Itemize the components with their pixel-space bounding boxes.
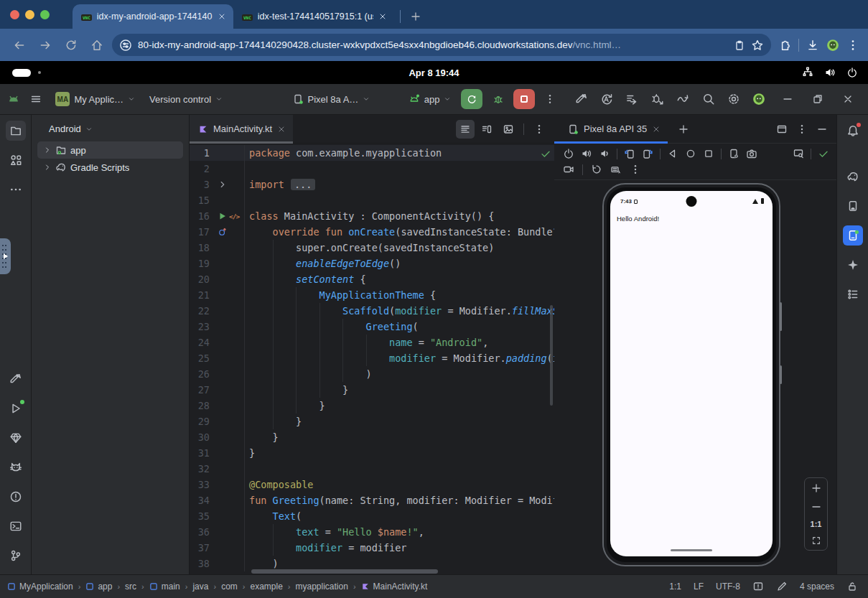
line-number[interactable]: 31 [190, 445, 215, 461]
tool-resource-manager[interactable] [6, 150, 26, 170]
inspections-ok-icon[interactable] [540, 148, 551, 159]
android-overview-icon[interactable] [703, 148, 714, 159]
new-tab-button[interactable] [406, 7, 425, 26]
browser-tab[interactable]: VNCidx-my-android-app-1744140 [73, 4, 233, 29]
rerun-button[interactable] [461, 89, 482, 109]
window-traffic-lights[interactable] [0, 0, 60, 29]
volume-up-icon[interactable] [581, 148, 592, 159]
kebab-icon[interactable] [796, 123, 808, 135]
editor-vscrollbar[interactable] [550, 305, 553, 406]
main-menu-button[interactable] [26, 89, 45, 109]
browser-menu-icon[interactable] [846, 39, 859, 52]
folded-imports-badge[interactable]: ... [291, 179, 315, 190]
build-button[interactable] [571, 89, 591, 109]
run-config-selector[interactable]: app [404, 88, 456, 110]
device-tab[interactable]: Pixel 8a API 35 [560, 115, 668, 144]
code-view-button[interactable] [456, 120, 475, 139]
phone-screen[interactable]: 7:43 Hello Android! [610, 191, 773, 556]
line-number[interactable]: 24 [190, 335, 215, 350]
fold-chevron-icon[interactable] [218, 179, 228, 190]
line-number[interactable]: 34 [190, 492, 215, 508]
power-icon[interactable] [563, 148, 574, 159]
tool-problems[interactable] [6, 487, 26, 507]
zoom-actual-size[interactable]: 1:1 [811, 520, 822, 528]
tool-terminal[interactable] [6, 516, 26, 536]
android-back-icon[interactable] [667, 148, 678, 159]
tab-close-icon[interactable] [378, 12, 387, 21]
ide-minimize-icon[interactable] [782, 93, 793, 105]
kebab-icon[interactable] [630, 164, 641, 175]
breadcrumb-item[interactable]: app [85, 581, 112, 592]
tab-close-icon[interactable] [652, 125, 661, 134]
line-number[interactable]: 28 [190, 398, 215, 414]
line-number[interactable]: 1 [190, 145, 215, 161]
breadcrumb-item[interactable]: example [250, 581, 282, 592]
run-class-icon[interactable] [218, 211, 228, 221]
tool-structure[interactable] [843, 284, 863, 304]
reset-icon[interactable] [591, 164, 602, 175]
settings-button[interactable] [724, 89, 743, 109]
close-window-button[interactable] [10, 10, 19, 19]
tab-close-icon[interactable] [277, 125, 286, 134]
breadcrumb-item[interactable]: MainActivity.kt [361, 581, 428, 592]
add-device-tab-icon[interactable] [678, 123, 689, 135]
zoom-in-icon[interactable] [811, 482, 822, 494]
bookmark-star-icon[interactable] [751, 39, 764, 52]
site-settings-icon[interactable] [119, 39, 132, 52]
address-bar[interactable]: 80-idx-my-android-app-1744140290428.clus… [112, 34, 771, 56]
tool-gemini[interactable] [843, 255, 863, 275]
zoom-out-icon[interactable] [811, 501, 822, 513]
line-number[interactable]: 20 [190, 271, 215, 287]
zoom-fit-icon[interactable] [811, 536, 821, 546]
attach-debugger-button[interactable] [648, 89, 667, 109]
tree-item[interactable]: Gradle Scripts [37, 159, 183, 176]
highlight-level-icon[interactable] [752, 581, 764, 592]
line-number[interactable]: 16 [190, 208, 215, 224]
line-number[interactable]: 30 [190, 429, 215, 445]
line-number[interactable]: 29 [190, 414, 215, 429]
rotate-right-icon[interactable] [642, 148, 653, 159]
inspections-pen-icon[interactable] [776, 581, 788, 592]
editor-hscrollbar[interactable] [251, 569, 438, 574]
volume-down-icon[interactable] [599, 148, 610, 159]
profile-avatar[interactable] [826, 39, 839, 52]
profiler-button[interactable] [673, 89, 693, 109]
layout-icon[interactable] [776, 123, 788, 135]
line-separator[interactable]: LF [694, 581, 704, 592]
line-number[interactable]: 37 [190, 540, 215, 556]
line-number[interactable]: 18 [190, 240, 215, 256]
tool-build[interactable] [6, 369, 26, 389]
project-widget[interactable]: MA My Applic… [51, 88, 139, 110]
nav-handle-pill[interactable] [671, 549, 712, 552]
downloads-icon[interactable] [806, 39, 819, 52]
design-view-button[interactable] [499, 120, 518, 139]
vnc-control-handle[interactable] [0, 238, 11, 274]
line-number[interactable]: 17 [190, 224, 215, 240]
stop-button[interactable] [513, 89, 534, 109]
breadcrumb-item[interactable]: MyApplication [7, 581, 73, 592]
tool-version-control[interactable] [6, 546, 26, 566]
home-button[interactable] [86, 34, 108, 56]
line-number[interactable]: 15 [190, 192, 215, 208]
indent-setting[interactable]: 4 spaces [800, 581, 834, 592]
breadcrumb-item[interactable]: java [192, 581, 208, 592]
editor-options-button[interactable] [530, 120, 549, 139]
tool-notifications[interactable] [843, 121, 863, 141]
rotate-left-icon[interactable] [624, 148, 635, 159]
apply-code-changes-button[interactable] [622, 89, 642, 109]
tool-more[interactable] [6, 179, 26, 200]
override-icon[interactable] [218, 227, 228, 237]
line-number[interactable]: 27 [190, 382, 215, 398]
breadcrumb-item[interactable]: com [221, 581, 238, 592]
volume-icon[interactable] [824, 67, 836, 78]
emulator-phone[interactable]: 7:43 Hello Android! [602, 183, 780, 566]
line-number[interactable]: 23 [190, 319, 215, 335]
line-number[interactable]: 3 [190, 177, 215, 192]
android-home-icon[interactable] [685, 148, 696, 159]
back-button[interactable] [9, 34, 30, 56]
minimize-window-button[interactable] [25, 10, 34, 19]
split-view-button[interactable] [477, 120, 496, 139]
desktop-clock[interactable]: Apr 8 19:44 [0, 67, 868, 78]
tool-logcat[interactable] [6, 457, 26, 477]
caret-position[interactable]: 1:1 [669, 581, 681, 592]
